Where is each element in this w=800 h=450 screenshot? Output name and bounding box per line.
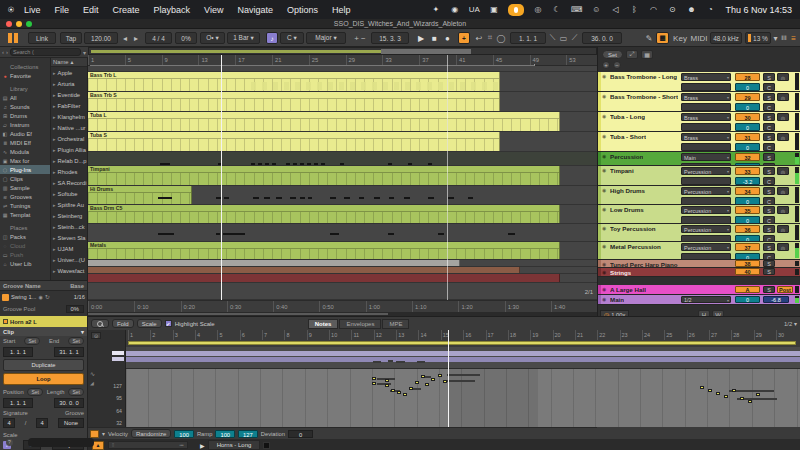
track-number-box[interactable]: 30: [735, 113, 760, 121]
record-button[interactable]: ●: [442, 32, 453, 44]
ramp-start-field[interactable]: 100: [215, 430, 235, 438]
browser-list-item[interactable]: ▸ Apple: [51, 67, 87, 78]
track-header[interactable]: ◉ Bass Trombone - Short Brass 29 S ◎ 0 C: [598, 92, 800, 112]
status-icon[interactable]: ◉: [450, 4, 460, 16]
track-header[interactable]: ◉ Tuba - Short Brass 31 S ◎ 0 C: [598, 132, 800, 152]
track-fold-icon[interactable]: ◉: [602, 113, 606, 119]
track-header[interactable]: ◉ Tuned Perc Harp Piano 38 S: [598, 260, 800, 268]
output-routing-select[interactable]: Brass: [681, 73, 731, 81]
track-fold-icon[interactable]: ◉: [602, 243, 606, 249]
loop-position-field[interactable]: 1. 1. 1: [3, 398, 33, 408]
clip-body[interactable]: [88, 274, 559, 282]
draw-order-icon[interactable]: ⌗: [485, 32, 495, 44]
browser-list-item[interactable]: ▸ Orchestral: [51, 133, 87, 144]
info-view-collapsed[interactable]: [28, 438, 94, 447]
browser-section-item[interactable]: ● Favorite: [0, 71, 50, 80]
tempo-field[interactable]: 120.00: [84, 32, 118, 44]
track-name[interactable]: Strings: [610, 269, 631, 276]
groove-row[interactable]: Swing 1... ◉ ↻ 1/16: [0, 291, 87, 303]
velocity-editor-area[interactable]: [126, 369, 800, 427]
track-name[interactable]: Toy Percussion: [610, 225, 656, 232]
sub-routing-box[interactable]: [681, 197, 731, 205]
status-icon[interactable]: ⌨: [571, 4, 583, 16]
solo-button[interactable]: S: [763, 93, 775, 101]
status-icon[interactable]: ☺: [591, 4, 601, 16]
track-header[interactable]: ◉ Main 1/2 0 -6.8: [598, 295, 800, 305]
arrangement-clip[interactable]: Tuba S: [88, 132, 500, 151]
status-icon[interactable]: ☾: [552, 4, 562, 16]
track-number-box[interactable]: 37: [735, 243, 760, 251]
disclosure-triangle-icon[interactable]: ▸: [53, 114, 56, 120]
signature-denominator-field[interactable]: 4: [36, 418, 48, 428]
follow-ring-icon[interactable]: ◯: [496, 32, 506, 44]
set-end-button[interactable]: Set: [68, 337, 84, 345]
browser-section-item[interactable]: ≋ Grooves: [0, 192, 50, 201]
browser-list-item[interactable]: ▸ Relab D...p: [51, 155, 87, 166]
editor-playhead[interactable]: [448, 330, 449, 427]
cpu-meter[interactable]: 13 %: [745, 32, 771, 44]
solo-button[interactable]: S: [763, 73, 775, 81]
track-lane[interactable]: Timpani: [88, 166, 597, 186]
ramp-end-field[interactable]: 127: [238, 430, 258, 438]
output-routing-select[interactable]: Main: [681, 153, 731, 161]
focused-track-name[interactable]: Horns - Long: [208, 440, 261, 450]
status-icon[interactable]: ✦: [431, 4, 441, 16]
volume-value-box[interactable]: 0: [735, 123, 760, 131]
menu-item[interactable]: Playback: [154, 5, 191, 15]
clip-body[interactable]: [88, 249, 559, 259]
track-name[interactable]: A Large Hall: [610, 286, 646, 293]
track-fold-icon[interactable]: ◉: [602, 296, 606, 302]
clip-groove-select[interactable]: None: [58, 418, 84, 428]
arrangement-grid-label[interactable]: 2/1: [585, 289, 593, 295]
disclosure-triangle-icon[interactable]: ▸: [53, 202, 56, 208]
browser-list-item[interactable]: ▸ Softube: [51, 188, 87, 199]
browser-section-item[interactable]: ▣ Max for: [0, 156, 50, 165]
browser-section-item[interactable]: ⬡ Plug-Ins: [0, 165, 50, 174]
arm-button[interactable]: ◎: [777, 133, 789, 141]
piano-roll-strip[interactable]: [126, 347, 800, 369]
disclosure-triangle-icon[interactable]: ▸: [53, 235, 56, 241]
editor-tab[interactable]: MPE: [382, 319, 409, 329]
browser-section-item[interactable]: ≣ MIDI Eff: [0, 138, 50, 147]
main-cue-volume-box[interactable]: 0: [735, 296, 760, 303]
post-toggle[interactable]: Post: [777, 286, 793, 293]
output-routing-select[interactable]: Percussion: [681, 243, 731, 251]
nudge-down-button[interactable]: ◂: [120, 32, 130, 44]
set-button[interactable]: Set: [602, 50, 623, 59]
browser-section-item[interactable]: Library: [0, 84, 50, 93]
track-number-box[interactable]: 40: [735, 268, 760, 275]
disclosure-triangle-icon[interactable]: ▸: [53, 257, 56, 263]
browser-section-item[interactable]: ⌂ User Lib: [0, 259, 50, 268]
track-number-box[interactable]: 38: [735, 260, 760, 267]
clip-body[interactable]: [88, 139, 499, 151]
play-clip-icon[interactable]: ▶: [200, 442, 205, 449]
menu-item[interactable]: Edit: [83, 5, 99, 15]
browser-section-item[interactable]: ∿ Modula: [0, 147, 50, 156]
track-lane[interactable]: [88, 283, 597, 300]
loop-length-field[interactable]: 30. 0. 0: [54, 398, 84, 408]
browser-list-item[interactable]: ▸ Steinb...ck: [51, 221, 87, 232]
solo-button[interactable]: S: [763, 260, 775, 267]
set-start-button[interactable]: Set: [24, 337, 40, 345]
zoom-out-button[interactable]: −: [613, 61, 621, 69]
volume-value-box[interactable]: 0: [735, 197, 760, 205]
status-icon[interactable]: ᛒ: [629, 4, 639, 16]
arm-button[interactable]: ◎: [777, 187, 789, 195]
arrangement-clip[interactable]: Tuba L: [88, 112, 560, 131]
track-header[interactable]: ◉ Bass Trombone - Long Brass 28 S ◎ 0 C: [598, 72, 800, 92]
track-number-box[interactable]: A: [735, 286, 760, 293]
refresh-icon[interactable]: ↻: [45, 294, 50, 300]
arm-button[interactable]: ◎: [777, 93, 789, 101]
track-name[interactable]: Tuba - Short: [610, 133, 646, 140]
track-lane[interactable]: Metals: [88, 242, 597, 260]
browser-section-item[interactable]: ▥ Sample: [0, 183, 50, 192]
menu-item[interactable]: Navigate: [237, 5, 273, 15]
editor-tab[interactable]: Envelopes: [339, 319, 381, 329]
menubar-clock[interactable]: Thu 6 Nov 14:53: [725, 5, 792, 15]
browser-list-item[interactable]: ▸ SA Recordi: [51, 177, 87, 188]
track-number-box[interactable]: 28: [735, 73, 760, 81]
sub-routing-box[interactable]: [681, 103, 731, 111]
arm-button[interactable]: ◎: [777, 167, 789, 175]
browser-section-item[interactable]: ⇌ Tunings: [0, 201, 50, 210]
groove-pool-value[interactable]: 0%: [66, 305, 84, 313]
